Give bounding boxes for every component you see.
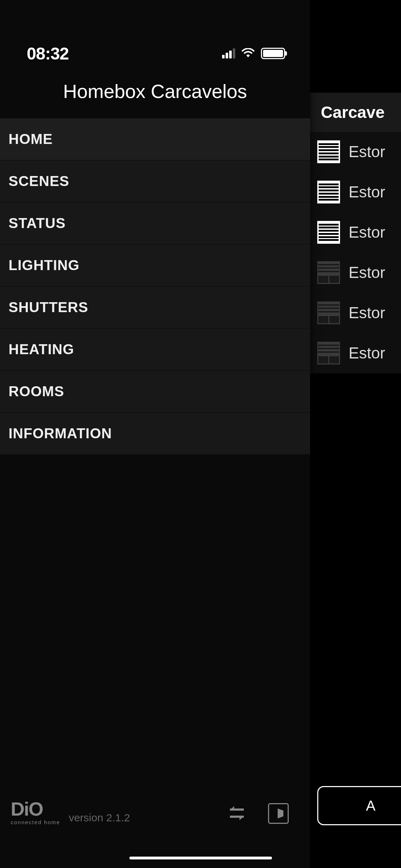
shutter-open-icon xyxy=(317,140,340,163)
status-bar: 08:32 xyxy=(0,36,310,71)
logo-subtitle: connected home xyxy=(11,819,60,825)
device-name: Estor xyxy=(349,143,385,161)
logo-text: DiO xyxy=(11,799,60,818)
nav-item-lighting[interactable]: LIGHTING xyxy=(0,244,310,286)
nav-item-status[interactable]: STATUS xyxy=(0,202,310,244)
device-name: Estor xyxy=(349,183,385,201)
nav-item-heating[interactable]: HEATING xyxy=(0,329,310,371)
nav-item-scenes[interactable]: SCENES xyxy=(0,160,310,202)
main-header xyxy=(310,0,401,93)
shutter-closed-icon xyxy=(317,261,340,284)
status-time: 08:32 xyxy=(27,44,69,63)
nav-item-home[interactable]: HOME xyxy=(0,118,310,160)
nav-item-information[interactable]: INFORMATION xyxy=(0,413,310,455)
bottom-action-button[interactable]: A xyxy=(317,786,401,825)
device-item[interactable]: Estor xyxy=(310,293,401,333)
main-content: Carcave Estor Estor Estor Estor Estor xyxy=(310,0,401,868)
footer-icons xyxy=(227,803,289,824)
shutter-open-icon xyxy=(317,221,340,244)
device-name: Estor xyxy=(349,344,385,362)
shutter-closed-icon xyxy=(317,342,340,365)
device-item[interactable]: Estor xyxy=(310,212,401,253)
device-item[interactable]: Estor xyxy=(310,132,401,172)
sidebar-footer: DiO connected home version 2.1.2 xyxy=(0,799,310,825)
device-item[interactable]: Estor xyxy=(310,253,401,293)
sync-icon[interactable] xyxy=(227,803,247,823)
nav-item-shutters[interactable]: SHUTTERS xyxy=(0,286,310,329)
nav-list: HOME SCENES STATUS LIGHTING SHUTTERS HEA… xyxy=(0,118,310,455)
battery-icon xyxy=(261,48,285,59)
device-item[interactable]: Estor xyxy=(310,333,401,373)
cellular-icon xyxy=(222,48,235,58)
logout-icon[interactable] xyxy=(268,803,289,824)
section-header: Carcave xyxy=(310,93,401,132)
home-indicator[interactable] xyxy=(129,857,272,859)
device-name: Estor xyxy=(349,264,385,281)
wifi-icon xyxy=(241,48,255,59)
device-name: Estor xyxy=(349,304,385,322)
shutter-open-icon xyxy=(317,181,340,203)
shutter-closed-icon xyxy=(317,301,340,324)
logo-container: DiO connected home xyxy=(11,799,60,825)
status-icons xyxy=(222,48,285,59)
nav-item-rooms[interactable]: ROOMS xyxy=(0,371,310,413)
version-text: version 2.1.2 xyxy=(69,812,130,824)
device-name: Estor xyxy=(349,223,385,241)
sidebar-panel: 08:32 Homebox Carcavelos HOME SCENES STA… xyxy=(0,0,310,868)
device-item[interactable]: Estor xyxy=(310,172,401,212)
sidebar-title: Homebox Carcavelos xyxy=(0,71,310,118)
